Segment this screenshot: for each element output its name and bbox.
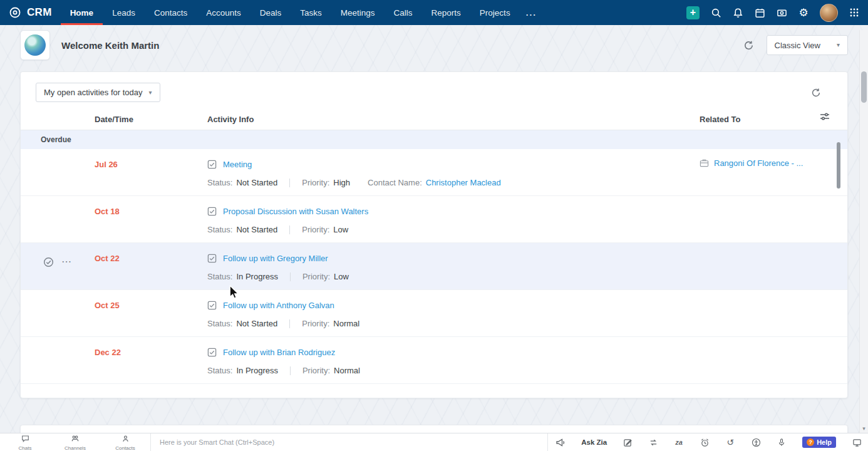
- contact-name-link[interactable]: Christopher Maclead: [426, 178, 501, 187]
- home-page-avatar: [20, 30, 50, 60]
- smart-chat-bar: Chats Channels Contacts: [0, 433, 868, 451]
- app-grid-icon[interactable]: [849, 7, 860, 18]
- view-selector-button[interactable]: Classic View ▾: [767, 35, 848, 55]
- activity-title-link[interactable]: Follow up with Gregory Miller: [223, 254, 328, 263]
- nav-more-button[interactable]: ...: [520, 0, 543, 25]
- status-label: Status:: [207, 178, 232, 187]
- calendar-icon[interactable]: [754, 7, 765, 18]
- nav-item-deals[interactable]: Deals: [251, 0, 291, 25]
- nav-item-meetings[interactable]: Meetings: [331, 0, 385, 25]
- activity-row[interactable]: Jul 26 Meeting Status: Not Started Prior…: [21, 149, 847, 196]
- row-gutter: [21, 337, 95, 365]
- ask-zia-button[interactable]: Ask Zia: [581, 438, 607, 446]
- search-icon[interactable]: [710, 7, 721, 18]
- nav-item-home[interactable]: Home: [61, 0, 103, 25]
- activity-title-link[interactable]: Meeting: [223, 160, 252, 169]
- user-avatar[interactable]: [820, 4, 838, 22]
- refresh-activities-button[interactable]: [809, 85, 832, 100]
- task-checkbox-icon[interactable]: [207, 301, 217, 310]
- activity-row[interactable]: ⋯ Oct 22 Follow up with Gregory Miller S…: [21, 243, 847, 290]
- task-checkbox-icon[interactable]: [207, 348, 217, 357]
- nav-item-tasks[interactable]: Tasks: [291, 0, 331, 25]
- refresh-page-button[interactable]: [741, 38, 757, 53]
- globe-icon: [24, 34, 46, 56]
- microphone-icon[interactable]: [777, 437, 787, 447]
- quick-create-button[interactable]: +: [686, 6, 700, 19]
- priority-label: Priority:: [302, 366, 330, 375]
- account-briefcase-icon: [700, 158, 709, 167]
- nav-item-accounts[interactable]: Accounts: [197, 0, 251, 25]
- task-checkbox-icon[interactable]: [207, 160, 217, 169]
- chats-tab[interactable]: Chats: [0, 433, 50, 451]
- status-value: Not Started: [236, 319, 277, 328]
- chevron-down-icon: ▾: [837, 42, 840, 48]
- activity-row[interactable]: Oct 18 Proposal Discussion with Susan Wa…: [21, 196, 847, 243]
- notifications-bell-icon[interactable]: [732, 7, 743, 18]
- row-gutter: [21, 196, 95, 224]
- desktop-icon[interactable]: [852, 437, 862, 447]
- activities-filter-dropdown[interactable]: My open activities for today ▾: [36, 83, 160, 102]
- view-selector-label: Classic View: [775, 41, 820, 50]
- activity-date: Jul 26: [95, 149, 207, 195]
- nav-item-projects[interactable]: Projects: [470, 0, 520, 25]
- scrollbar-down-arrow[interactable]: ▾: [860, 425, 867, 432]
- chats-icon: [21, 433, 29, 445]
- zoho-logo-icon: [9, 6, 21, 19]
- channels-label: Channels: [65, 445, 86, 451]
- chatbar-tools: Ask Zia za ↺: [548, 433, 868, 451]
- channels-tab[interactable]: Channels: [50, 433, 100, 451]
- activity-row[interactable]: Dec 22 Follow up with Brian Rodriguez St…: [21, 337, 847, 384]
- brand[interactable]: CRM: [0, 0, 61, 25]
- mark-complete-icon[interactable]: [43, 257, 54, 267]
- page-scrollbar-thumb[interactable]: [861, 71, 867, 103]
- nav-item-contacts[interactable]: Contacts: [145, 0, 197, 25]
- history-icon[interactable]: ↺: [725, 437, 735, 447]
- column-settings-icon[interactable]: [820, 112, 830, 123]
- nav-item-reports[interactable]: Reports: [422, 0, 470, 25]
- sync-arrows-icon[interactable]: [648, 437, 658, 447]
- brand-name: CRM: [27, 6, 52, 19]
- status-value: Not Started: [236, 225, 277, 234]
- nav-item-calls[interactable]: Calls: [385, 0, 422, 25]
- settings-gear-icon[interactable]: ⚙: [798, 7, 809, 18]
- priority-value: Low: [333, 225, 348, 234]
- priority-value: High: [333, 178, 350, 187]
- status-label: Status:: [207, 319, 232, 328]
- compose-note-icon[interactable]: [623, 437, 633, 447]
- row-more-actions-icon[interactable]: ⋯: [61, 257, 71, 267]
- task-checkbox-icon[interactable]: [207, 254, 217, 263]
- activities-filter-label: My open activities for today: [44, 88, 143, 97]
- activities-toolbar: My open activities for today ▾: [21, 72, 847, 106]
- nav-item-leads[interactable]: Leads: [103, 0, 145, 25]
- zoho-crm-app: CRM Home Leads Contacts Accounts Deals T…: [0, 0, 868, 451]
- activity-date: Oct 25: [95, 290, 207, 336]
- zia-icon[interactable]: za: [674, 437, 684, 447]
- card-scrollbar-thumb[interactable]: [837, 142, 840, 189]
- priority-value: Low: [334, 272, 349, 281]
- priority-label: Priority:: [302, 225, 329, 234]
- status-label: Status:: [207, 366, 232, 375]
- contacts-tab[interactable]: Contacts: [100, 433, 150, 451]
- announcement-megaphone-icon[interactable]: [555, 437, 566, 447]
- activity-title-link[interactable]: Proposal Discussion with Susan Walters: [223, 207, 368, 216]
- reminder-alarm-icon[interactable]: [700, 437, 710, 447]
- accessibility-icon[interactable]: [751, 437, 761, 447]
- chats-label: Chats: [19, 445, 32, 451]
- chevron-down-icon: ▾: [149, 90, 152, 96]
- task-checkbox-icon[interactable]: [207, 207, 217, 216]
- divider: [290, 272, 291, 281]
- help-label: Help: [817, 438, 832, 446]
- payments-icon[interactable]: [776, 7, 787, 18]
- activity-title-link[interactable]: Follow up with Anthony Galvan: [223, 301, 334, 310]
- activity-date: Dec 22: [95, 337, 207, 383]
- channels-icon: [71, 433, 80, 445]
- activity-row[interactable]: Oct 25 Follow up with Anthony Galvan Sta…: [21, 290, 847, 337]
- activity-date: Oct 22: [95, 243, 207, 289]
- smart-chat-input[interactable]: [151, 433, 547, 451]
- related-to-link[interactable]: Rangoni Of Florence - ...: [714, 158, 803, 168]
- priority-value: Normal: [334, 366, 360, 375]
- activity-title-link[interactable]: Follow up with Brian Rodriguez: [223, 348, 335, 357]
- question-mark-icon: ?: [807, 438, 814, 446]
- nav-utilities: +: [686, 0, 868, 25]
- help-button[interactable]: ? Help: [802, 437, 836, 448]
